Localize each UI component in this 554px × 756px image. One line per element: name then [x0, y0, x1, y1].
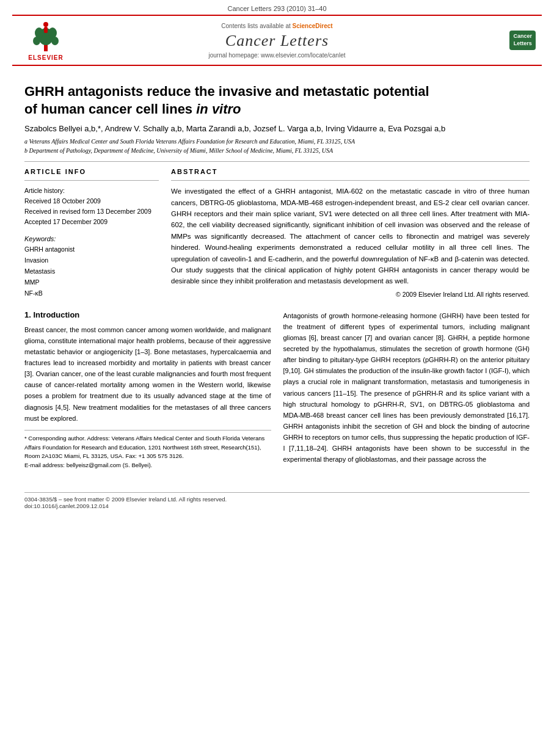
page: Cancer Letters 293 (2010) 31–40 ELSEVIER: [0, 0, 554, 756]
badge-line2: Letters: [514, 40, 532, 46]
title-part2: of human cancer cell lines: [24, 101, 196, 117]
bottom-footer: 0304-3835/$ – see front matter © 2009 El…: [24, 492, 530, 509]
elsevier-label: ELSEVIER: [28, 54, 63, 61]
badge-line1: Cancer: [513, 33, 532, 39]
right-paragraph: Antagonists of growth hormone-releasing …: [283, 310, 530, 465]
footnote-star: * Corresponding author. Address: Veteran…: [24, 434, 271, 461]
right-para-text: Antagonists of growth hormone-releasing …: [283, 312, 530, 463]
citation-text: Cancer Letters 293 (2010) 31–40: [227, 5, 326, 12]
divider-abstract: [171, 180, 530, 181]
elsevier-logo: ELSEVIER: [18, 20, 73, 61]
history-heading: Article history:: [24, 186, 159, 196]
keywords-section: Keywords: GHRH antagonist Invasion Metas…: [24, 235, 159, 299]
divider-1: [24, 161, 530, 162]
journal-center: Contents lists available at ScienceDirec…: [73, 23, 481, 59]
journal-title: Cancer Letters: [73, 32, 481, 50]
sciencedirect-link[interactable]: ScienceDirect: [293, 23, 333, 29]
footer-issn: 0304-3835/$ – see front matter © 2009 El…: [24, 496, 530, 503]
cancer-letters-badge: Cancer Letters: [509, 31, 536, 49]
received-date: Received 18 October 2009: [24, 196, 159, 206]
keywords-heading: Keywords:: [24, 235, 159, 242]
sciencedirect-prefix: Contents lists available at: [221, 23, 290, 29]
affiliation-a: a Veterans Affairs Medical Center and So…: [24, 137, 530, 146]
journal-header: ELSEVIER Contents lists available at Sci…: [12, 15, 542, 66]
footnote-email: E-mail address: bellyeisz@gmail.com (S. …: [24, 461, 271, 470]
citation-bar: Cancer Letters 293 (2010) 31–40: [0, 0, 554, 15]
title-italic: in vitro: [196, 101, 241, 117]
copyright-line: © 2009 Elsevier Ireland Ltd. All rights …: [171, 291, 530, 298]
intro-section-title: 1. Introduction: [24, 310, 271, 319]
authors-text: Szabolcs Bellyei a,b,*, Andrew V. Schall…: [24, 124, 445, 133]
footer-doi: doi:10.1016/j.canlet.2009.12.014: [24, 503, 530, 509]
article-history: Article history: Received 18 October 200…: [24, 186, 159, 227]
body-left: 1. Introduction Breast cancer, the most …: [24, 310, 271, 470]
footnote-section: * Corresponding author. Address: Veteran…: [24, 430, 271, 470]
svg-rect-7: [44, 27, 48, 33]
revised-date: Received in revised form 13 December 200…: [24, 206, 159, 217]
keyword-1: GHRH antagonist: [24, 244, 159, 255]
keywords-list: GHRH antagonist Invasion Metastasis MMP …: [24, 244, 159, 299]
keyword-3: Metastasis: [24, 266, 159, 277]
journal-homepage: journal homepage: www.elsevier.com/locat…: [73, 52, 481, 59]
keyword-5: NF-κB: [24, 288, 159, 299]
article-title: GHRH antagonists reduce the invasive and…: [24, 83, 530, 118]
article-info-heading: ARTICLE INFO: [24, 168, 159, 175]
authors: Szabolcs Bellyei a,b,*, Andrew V. Schall…: [24, 124, 530, 133]
sciencedirect-line: Contents lists available at ScienceDirec…: [73, 23, 481, 29]
abstract-text: We investigated the effect of a GHRH ant…: [171, 186, 530, 287]
elsevier-tree-icon: [31, 20, 61, 53]
keyword-4: MMP: [24, 277, 159, 288]
abstract-body: We investigated the effect of a GHRH ant…: [171, 187, 530, 285]
accepted-date: Accepted 17 December 2009: [24, 217, 159, 227]
body-right: Antagonists of growth hormone-releasing …: [283, 310, 530, 470]
abstract-heading: ABSTRACT: [171, 168, 530, 175]
keyword-2: Invasion: [24, 255, 159, 266]
svg-point-4: [33, 37, 40, 45]
intro-title: Introduction: [33, 310, 79, 319]
affiliation-b: b Department of Pathology, Department of…: [24, 146, 530, 155]
body-section: 1. Introduction Breast cancer, the most …: [24, 310, 530, 470]
journal-logo-right: Cancer Letters: [481, 31, 536, 49]
affiliations: a Veterans Affairs Medical Center and So…: [24, 137, 530, 155]
abstract-col: ABSTRACT We investigated the effect of a…: [171, 168, 530, 299]
main-content: GHRH antagonists reduce the invasive and…: [0, 66, 554, 482]
svg-point-6: [43, 22, 48, 27]
article-info-col: ARTICLE INFO Article history: Received 1…: [24, 168, 159, 299]
intro-para-text: Breast cancer, the most common cancer am…: [24, 326, 271, 422]
svg-point-5: [51, 37, 59, 45]
article-info-abstract: ARTICLE INFO Article history: Received 1…: [24, 168, 530, 299]
intro-paragraph: Breast cancer, the most common cancer am…: [24, 324, 271, 424]
title-part1: GHRH antagonists reduce the invasive and…: [24, 84, 429, 99]
intro-number: 1.: [24, 310, 31, 319]
divider-info: [24, 180, 159, 181]
